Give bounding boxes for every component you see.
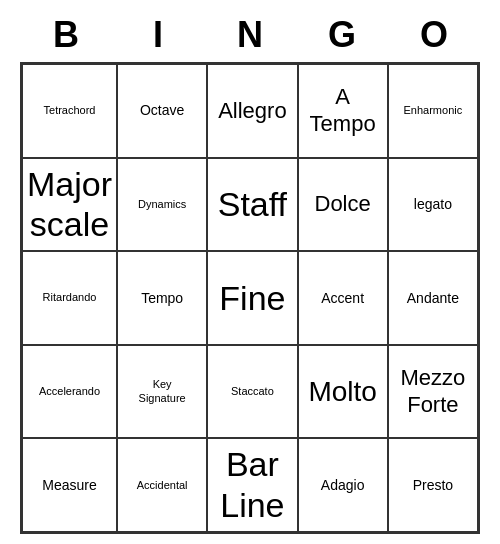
cell-label: Tempo — [141, 290, 183, 307]
cell-label: Accent — [321, 290, 364, 307]
grid-cell-4-3: Adagio — [298, 438, 388, 532]
grid-cell-0-3: A Tempo — [298, 64, 388, 158]
cell-label: Allegro — [218, 98, 286, 124]
grid-cell-0-2: Allegro — [207, 64, 297, 158]
bingo-header-letter: G — [296, 10, 388, 60]
grid-cell-3-2: Staccato — [207, 345, 297, 439]
cell-label: Dynamics — [138, 198, 186, 211]
cell-label: Measure — [42, 477, 96, 494]
grid-cell-4-2: Bar Line — [207, 438, 297, 532]
grid-cell-0-0: Tetrachord — [22, 64, 117, 158]
cell-label: Accelerando — [39, 385, 100, 398]
cell-label: Accidental — [137, 479, 188, 492]
bingo-header-letter: N — [204, 10, 296, 60]
grid-cell-4-0: Measure — [22, 438, 117, 532]
grid-cell-3-4: Mezzo Forte — [388, 345, 478, 439]
grid-cell-0-1: Octave — [117, 64, 207, 158]
grid-cell-2-0: Ritardando — [22, 251, 117, 345]
cell-label: Major scale — [27, 164, 112, 246]
cell-label: Enharmonic — [404, 104, 463, 117]
cell-label: Adagio — [321, 477, 365, 494]
grid-cell-1-3: Dolce — [298, 158, 388, 252]
cell-label: Mezzo Forte — [400, 365, 465, 418]
cell-label: Fine — [219, 278, 285, 319]
grid-cell-3-1: Key Signature — [117, 345, 207, 439]
cell-label: Tetrachord — [44, 104, 96, 117]
grid-cell-4-4: Presto — [388, 438, 478, 532]
grid-cell-1-1: Dynamics — [117, 158, 207, 252]
bingo-header-letter: I — [112, 10, 204, 60]
cell-label: Molto — [308, 375, 376, 409]
grid-cell-2-1: Tempo — [117, 251, 207, 345]
grid-cell-3-0: Accelerando — [22, 345, 117, 439]
grid-cell-2-3: Accent — [298, 251, 388, 345]
cell-label: Bar Line — [220, 444, 284, 526]
cell-label: Key Signature — [139, 378, 186, 404]
grid-cell-1-2: Staff — [207, 158, 297, 252]
grid-cell-1-4: legato — [388, 158, 478, 252]
bingo-header-letter: B — [20, 10, 112, 60]
cell-label: Presto — [413, 477, 453, 494]
cell-label: Staccato — [231, 385, 274, 398]
bingo-grid: TetrachordOctaveAllegroA TempoEnharmonic… — [20, 62, 480, 534]
cell-label: A Tempo — [310, 84, 376, 137]
grid-cell-2-4: Andante — [388, 251, 478, 345]
grid-cell-4-1: Accidental — [117, 438, 207, 532]
cell-label: Andante — [407, 290, 459, 307]
cell-label: Ritardando — [43, 291, 97, 304]
cell-label: Staff — [218, 184, 287, 225]
bingo-header: BINGO — [20, 10, 480, 60]
grid-cell-2-2: Fine — [207, 251, 297, 345]
grid-cell-1-0: Major scale — [22, 158, 117, 252]
cell-label: legato — [414, 196, 452, 213]
bingo-header-letter: O — [388, 10, 480, 60]
cell-label: Dolce — [315, 191, 371, 217]
grid-cell-0-4: Enharmonic — [388, 64, 478, 158]
grid-cell-3-3: Molto — [298, 345, 388, 439]
cell-label: Octave — [140, 102, 184, 119]
